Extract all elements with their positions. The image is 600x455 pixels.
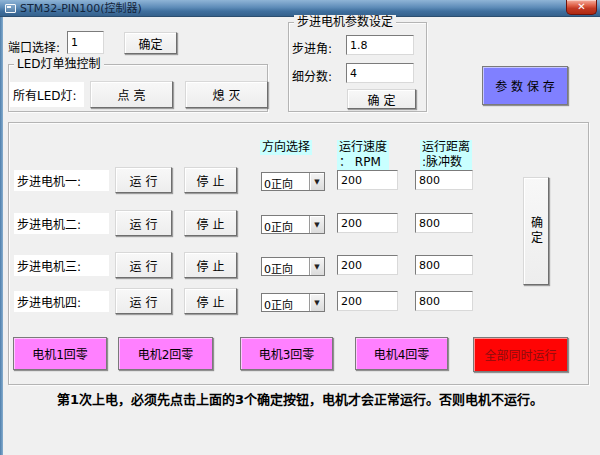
led-on-button[interactable]: 点 亮 [90, 81, 173, 108]
motor4-label: 步进电机四: [14, 291, 109, 312]
close-button[interactable]: ✕ [566, 0, 597, 15]
param-confirm-button[interactable]: 确 定 [347, 89, 416, 109]
motor4-stop-button[interactable]: 停 止 [184, 288, 237, 314]
close-icon: ✕ [577, 1, 585, 12]
chevron-down-icon[interactable]: ▼ [309, 173, 324, 190]
subdivision-label: 细分数: [292, 67, 332, 84]
distance-column-header: 运行距离 :脉冲数 [420, 140, 472, 170]
distance-header-line1: 运行距离 [422, 140, 470, 154]
motor4-direction-select[interactable]: 0正向 ▼ [261, 293, 325, 312]
motor4-run-button[interactable]: 运 行 [115, 288, 172, 314]
speed-header-line1: 运行速度 [339, 140, 387, 154]
motor3-run-button[interactable]: 运 行 [115, 252, 172, 278]
motor4-home-button[interactable]: 电机4回零 [355, 337, 448, 370]
port-confirm-button[interactable]: 确定 [124, 32, 177, 54]
chevron-down-icon[interactable]: ▼ [309, 216, 324, 233]
motor1-run-button[interactable]: 运 行 [115, 167, 172, 193]
motor4-direction-value: 0正向 [262, 294, 309, 311]
distance-header-line2: :脉冲数 [422, 155, 462, 169]
param-group-title: 步进电机参数设定 [294, 15, 396, 30]
motor4-speed-input[interactable] [337, 291, 398, 311]
chevron-down-icon[interactable]: ▼ [309, 258, 324, 275]
motor3-stop-button[interactable]: 停 止 [184, 252, 237, 278]
motor2-distance-input[interactable] [415, 213, 473, 233]
motors-confirm-button[interactable]: 确定 [523, 177, 549, 285]
motor2-speed-input[interactable] [337, 213, 398, 233]
motor1-home-button[interactable]: 电机1回零 [13, 337, 107, 370]
port-input[interactable] [67, 31, 104, 54]
speed-header-line2: ： RPM [339, 155, 381, 169]
motor3-label: 步进电机三: [14, 255, 109, 276]
led-group-title: LED灯单独控制 [14, 57, 104, 72]
motor2-stop-button[interactable]: 停 止 [184, 210, 237, 236]
first-power-note: 第1次上电，必须先点击上面的3个确定按钮，电机才会正常运行。否则电机不运行。 [0, 389, 600, 408]
motor1-direction-value: 0正向 [262, 173, 309, 190]
motor1-speed-input[interactable] [337, 170, 398, 190]
led-all-label: 所有LED灯: [10, 82, 84, 107]
motor2-home-button[interactable]: 电机2回零 [118, 337, 213, 370]
motor3-direction-value: 0正向 [262, 258, 309, 275]
speed-column-header: 运行速度 ： RPM [337, 140, 389, 170]
app-icon [5, 4, 16, 13]
motor2-direction-value: 0正向 [262, 216, 309, 233]
motor1-stop-button[interactable]: 停 止 [184, 167, 237, 193]
motor2-label: 步进电机二: [14, 213, 109, 234]
step-angle-input[interactable] [346, 35, 414, 55]
direction-column-header: 方向选择 [260, 140, 312, 155]
motor3-direction-select[interactable]: 0正向 ▼ [261, 257, 325, 276]
app-window: STM32-PIN100(控制器) ✕ 端口选择: 确定 LED灯单独控制 所有… [0, 0, 600, 455]
motor1-label: 步进电机一: [14, 170, 109, 191]
save-params-button[interactable]: 参 数 保 存 [482, 66, 568, 105]
step-angle-label: 步进角: [292, 39, 332, 56]
motor4-distance-input[interactable] [415, 291, 473, 311]
run-all-button[interactable]: 全部同时运行 [473, 337, 568, 372]
port-select-label: 端口选择: [8, 38, 60, 55]
motor3-speed-input[interactable] [337, 255, 398, 275]
motor1-direction-select[interactable]: 0正向 ▼ [261, 172, 325, 191]
window-title: STM32-PIN100(控制器) [20, 0, 142, 17]
motor2-direction-select[interactable]: 0正向 ▼ [261, 215, 325, 234]
motor1-distance-input[interactable] [415, 170, 473, 190]
chevron-down-icon[interactable]: ▼ [309, 294, 324, 311]
led-off-button[interactable]: 熄 灭 [185, 81, 268, 108]
motor2-run-button[interactable]: 运 行 [115, 210, 172, 236]
motor3-home-button[interactable]: 电机3回零 [240, 337, 333, 370]
motor3-distance-input[interactable] [415, 255, 473, 275]
subdivision-input[interactable] [346, 63, 414, 83]
